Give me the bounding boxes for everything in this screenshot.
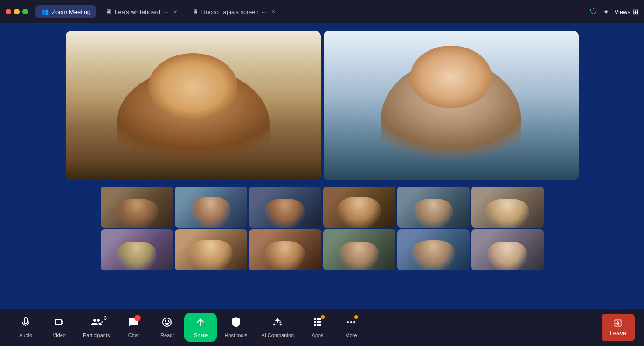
participant-row-1 [101,187,544,228]
react-label: React [160,332,174,338]
video-icon: ▲ [54,317,65,331]
participants-chevron: ▲ [100,319,104,324]
react-chevron: ▲ [168,319,172,324]
video-label: Video [53,332,66,338]
sparkle-icon[interactable]: ✦ [603,7,609,16]
participant-thumb-12 [471,229,544,270]
svg-point-1 [350,321,352,323]
svg-point-2 [353,321,355,323]
ai-companion-icon: ▲ [272,317,283,331]
more-icon [346,317,357,331]
participant-thumb-10 [323,229,395,270]
ai-companion-label: AI Companion [261,332,294,338]
audio-button[interactable]: ▲ Audio [9,313,42,342]
speaker-video-2 [324,31,579,180]
speaker-video-row [66,31,579,180]
participants-button[interactable]: 3 ▲ Participants [76,313,116,342]
svg-point-0 [347,321,349,323]
apps-icon [312,317,323,331]
views-label: Views [615,8,630,15]
leave-label: Leave [610,330,626,337]
main-content [0,23,644,309]
leave-icon [613,318,623,328]
react-icon: ▲ [161,317,173,331]
audio-icon: ▲ [20,317,31,331]
participant-thumb-1 [101,187,173,228]
leave-button[interactable]: Leave [602,314,635,341]
share-label: Share [194,332,208,338]
share-icon: ▲ [195,317,206,331]
tab-whiteboard-options[interactable]: ··· [163,8,168,15]
chat-icon: 1 [128,317,139,331]
participant-thumb-3 [249,187,321,228]
chat-badge: 1 [134,315,141,321]
participants-label: Participants [83,332,110,338]
title-bar-right: 🛡 ✦ Views ⊞ [590,7,638,16]
chat-label: Chat [128,332,139,338]
audio-chevron: ▲ [27,319,30,324]
meeting-icon: 👥 [41,8,49,15]
participant-thumb-6 [471,187,544,228]
traffic-lights [6,9,28,14]
audio-label: Audio [19,332,32,338]
video-button[interactable]: ▲ Video [43,313,76,342]
tab-screen[interactable]: 🖥 Rocco Tapia's screen ··· ✕ [187,5,281,18]
screen-icon: 🖥 [192,8,199,15]
participant-thumb-9 [249,229,321,270]
more-button[interactable]: More [335,313,367,342]
participant-row-2 [101,229,544,270]
close-button[interactable] [6,9,11,14]
host-tools-icon [230,317,242,331]
toolbar: ▲ Audio ▲ Video 3 ▲ Participants [0,309,644,346]
participant-strip-2 [101,229,544,270]
toolbar-buttons: ▲ Audio ▲ Video 3 ▲ Participants [9,313,367,342]
title-bar: 👥 Zoom Meeting 🖥 Lea's whiteboard ··· ✕ … [0,0,644,23]
participant-thumb-11 [397,229,470,270]
more-label: More [346,332,357,338]
views-button[interactable]: Views ⊞ [615,7,638,16]
leave-button-container: Leave [602,314,635,341]
speaker-video-1 [66,31,321,180]
participants-count: 3 [104,316,107,321]
maximize-button[interactable] [22,9,28,14]
apps-label: Apps [312,332,324,338]
chat-button[interactable]: 1 Chat [117,313,150,342]
participant-thumb-2 [175,187,247,228]
tab-whiteboard-label: Lea's whiteboard [115,8,160,15]
tab-screen-label: Rocco Tapia's screen [201,8,259,15]
share-button[interactable]: ▲ Share [184,313,217,342]
participant-thumb-7 [101,229,173,270]
participant-strip [101,187,544,228]
more-dot-badge [354,315,358,319]
tab-whiteboard-close[interactable]: ✕ [173,9,177,15]
host-tools-button[interactable]: Host tools [218,313,254,342]
whiteboard-icon: 🖥 [105,8,112,15]
tab-zoom-meeting-label: Zoom Meeting [52,8,90,15]
react-button[interactable]: ▲ React [151,313,183,342]
grid-icon: ⊞ [632,7,638,16]
share-chevron: ▲ [202,319,206,324]
participants-icon: 3 ▲ [91,317,102,331]
tab-whiteboard[interactable]: 🖥 Lea's whiteboard ··· ✕ [100,5,183,18]
ai-companion-chevron: ▲ [278,319,282,324]
ai-companion-button[interactable]: ▲ AI Companion [255,313,300,342]
participant-thumb-4 [323,187,395,228]
participant-thumb-8 [175,229,247,270]
apps-dot-badge [321,315,325,319]
tab-screen-close[interactable]: ✕ [271,9,276,15]
tab-screen-options[interactable]: ··· [262,8,267,15]
video-chevron: ▲ [60,319,64,324]
minimize-button[interactable] [14,9,20,14]
apps-button[interactable]: Apps [301,313,334,342]
participant-thumb-5 [397,187,470,228]
tab-zoom-meeting[interactable]: 👥 Zoom Meeting [35,5,96,18]
security-shield-icon[interactable]: 🛡 [590,7,597,16]
host-tools-label: Host tools [224,332,247,338]
